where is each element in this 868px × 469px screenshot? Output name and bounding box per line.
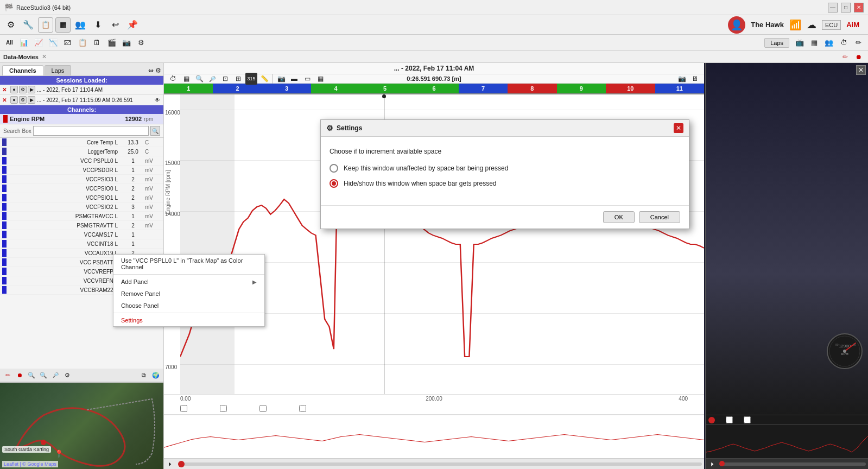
settings-option-1-label: Keep this window unaffected by space bar… (344, 164, 508, 172)
settings-question: Choose if to increment available space (330, 148, 680, 155)
settings-option-2-label: Hide/show this window when space bar get… (344, 180, 496, 187)
settings-modal: ⚙ Settings ✕ Choose if to increment avai… (320, 119, 689, 229)
ok-button[interactable]: OK (603, 211, 635, 223)
radio-dot-2 (332, 181, 336, 186)
radio-btn-1[interactable] (330, 164, 338, 173)
modal-overlay: ⚙ Settings ✕ Choose if to increment avai… (0, 0, 868, 469)
cancel-button[interactable]: Cancel (639, 211, 680, 223)
settings-close-btn[interactable]: ✕ (674, 123, 683, 133)
settings-title: ⚙ Settings (326, 124, 362, 132)
settings-option-2[interactable]: Hide/show this window when space bar get… (330, 179, 680, 188)
settings-body: Choose if to increment available space K… (321, 137, 689, 205)
settings-icon-small: ⚙ (326, 124, 333, 132)
settings-footer: OK Cancel (321, 205, 689, 229)
settings-option-1[interactable]: Keep this window unaffected by space bar… (330, 164, 680, 173)
radio-btn-2[interactable] (330, 179, 338, 188)
settings-title-bar: ⚙ Settings ✕ (321, 120, 689, 137)
